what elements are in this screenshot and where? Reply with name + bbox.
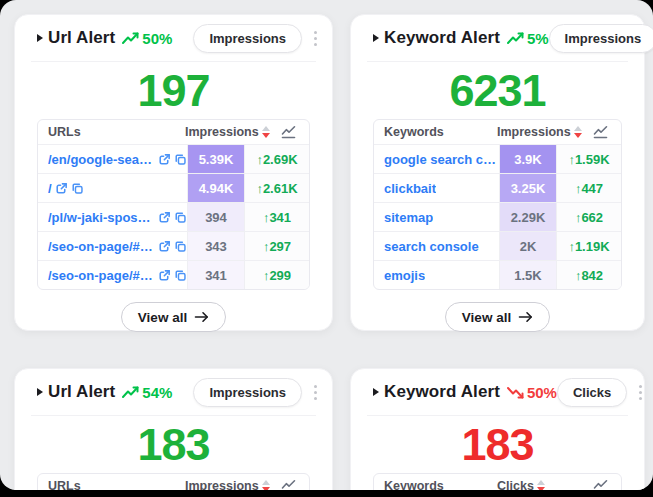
trend-down-indicator: 50%	[507, 384, 557, 401]
impressions-value: 343	[187, 232, 245, 260]
table-row[interactable]: sitemap 2.29K ↑662	[374, 202, 621, 231]
url-link[interactable]: /	[48, 181, 52, 196]
sort-icon[interactable]	[262, 480, 270, 490]
card-header: Url Alert 54% Impressions	[15, 369, 332, 415]
table-row[interactable]: emojis 1.5K ↑842	[374, 260, 621, 289]
view-all-button[interactable]: View all	[445, 302, 550, 332]
table-row[interactable]: /seo-on-page/#%C2... 341 ↑299	[38, 260, 309, 289]
value-column-header: Impressions	[185, 125, 259, 139]
table-row[interactable]: clickbait 3.25K ↑447	[374, 173, 621, 202]
change-value: ↑842	[557, 261, 621, 289]
external-link-icon[interactable]	[158, 240, 171, 253]
impressions-value: 2.29K	[499, 203, 557, 231]
trending-up-icon	[122, 32, 139, 45]
card-header: Url Alert 50% Impressions	[15, 15, 332, 61]
view-all-button[interactable]: View all	[121, 302, 226, 332]
value-column-header: Impressions	[497, 125, 571, 139]
alert-count: 197	[15, 62, 332, 119]
metric-button[interactable]: Impressions	[549, 24, 653, 53]
alert-table: URLs Impressions /en/google-search-c... …	[37, 119, 310, 290]
copy-icon[interactable]	[174, 269, 187, 282]
table-row[interactable]: /en/google-search-c... 5.39K ↑2.69K	[38, 144, 309, 173]
keyword-link[interactable]: google search console	[384, 152, 499, 167]
collapse-triangle-icon[interactable]	[37, 34, 43, 42]
keyword-link[interactable]: search console	[384, 239, 479, 254]
table-row[interactable]: google search console 3.9K ↑1.59K	[374, 144, 621, 173]
external-link-icon[interactable]	[158, 269, 171, 282]
alert-table: Keywords Clicks	[373, 473, 622, 490]
trending-up-icon	[122, 386, 139, 399]
alert-count: 183	[351, 416, 644, 473]
copy-icon[interactable]	[174, 240, 187, 253]
kebab-menu-icon[interactable]	[636, 381, 645, 404]
line-chart-icon[interactable]	[281, 125, 296, 139]
change-value: ↑2.69K	[245, 145, 309, 173]
alert-table: URLs Impressions	[37, 473, 310, 490]
keyword-alert-card-2: Keyword Alert 50% Clicks 183 Keywords Cl…	[350, 368, 645, 490]
external-link-icon[interactable]	[158, 153, 171, 166]
change-value: ↑297	[245, 232, 309, 260]
copy-icon[interactable]	[174, 153, 187, 166]
copy-icon[interactable]	[71, 182, 84, 195]
kebab-menu-icon[interactable]	[311, 27, 320, 50]
sort-icon[interactable]	[537, 480, 545, 490]
keyword-link[interactable]: clickbait	[384, 181, 436, 196]
table-row[interactable]: search console 2K ↑1.19K	[374, 231, 621, 260]
card-title: Keyword Alert	[384, 28, 500, 48]
collapse-triangle-icon[interactable]	[373, 34, 379, 42]
url-link[interactable]: /seo-on-page/#Facto...	[48, 239, 155, 254]
table-header: URLs Impressions	[38, 474, 309, 490]
impressions-value: 5.39K	[187, 145, 245, 173]
impressions-value: 341	[187, 261, 245, 289]
copy-icon[interactable]	[174, 211, 187, 224]
name-column-header: URLs	[38, 474, 185, 490]
sort-icon[interactable]	[262, 126, 270, 138]
card-title: Url Alert	[48, 382, 115, 402]
trending-up-icon	[507, 32, 524, 45]
table-row[interactable]: /seo-on-page/#Facto... 343 ↑297	[38, 231, 309, 260]
sort-icon[interactable]	[574, 126, 582, 138]
keyword-link[interactable]: sitemap	[384, 210, 433, 225]
metric-button[interactable]: Impressions	[193, 378, 302, 407]
external-link-icon[interactable]	[158, 211, 171, 224]
table-row[interactable]: / 4.94K ↑2.61K	[38, 173, 309, 202]
trend-percent: 5%	[527, 30, 549, 47]
change-value: ↑2.61K	[245, 174, 309, 202]
trend-percent: 50%	[142, 30, 172, 47]
url-link[interactable]: /seo-on-page/#%C2...	[48, 268, 155, 283]
kebab-menu-icon[interactable]	[311, 381, 320, 404]
arrow-right-icon	[194, 311, 209, 323]
change-value: ↑1.59K	[557, 145, 621, 173]
line-chart-icon[interactable]	[593, 125, 608, 139]
impressions-value: 1.5K	[499, 261, 557, 289]
view-all-label: View all	[138, 310, 187, 325]
impressions-value: 3.25K	[499, 174, 557, 202]
table-row[interactable]: /pl/w-jaki-sposob-nal... 394 ↑341	[38, 202, 309, 231]
keyword-link[interactable]: emojis	[384, 268, 425, 283]
name-column-header: Keywords	[374, 120, 497, 144]
table-header: URLs Impressions	[38, 120, 309, 144]
metric-button[interactable]: Clicks	[557, 378, 627, 407]
url-link[interactable]: /en/google-search-c...	[48, 152, 155, 167]
arrow-right-icon	[518, 311, 533, 323]
card-header: Keyword Alert 5% Impressions	[351, 15, 644, 61]
change-value: ↑299	[245, 261, 309, 289]
value-column-header: Clicks	[497, 479, 534, 490]
card-header: Keyword Alert 50% Clicks	[351, 369, 644, 415]
url-link[interactable]: /pl/w-jaki-sposob-nal...	[48, 210, 155, 225]
line-chart-icon[interactable]	[593, 479, 608, 490]
alert-count: 6231	[351, 62, 644, 119]
dashboard-panel: Url Alert 50% Impressions 197 URLs Impre…	[0, 0, 653, 490]
external-link-icon[interactable]	[55, 182, 68, 195]
collapse-triangle-icon[interactable]	[373, 388, 379, 396]
view-all-label: View all	[462, 310, 511, 325]
url-alert-card-2: Url Alert 54% Impressions 183 URLs Impre…	[14, 368, 333, 490]
name-column-header: Keywords	[374, 474, 497, 490]
impressions-value: 394	[187, 203, 245, 231]
alert-count: 183	[15, 416, 332, 473]
url-alert-card-1: Url Alert 50% Impressions 197 URLs Impre…	[14, 14, 333, 331]
line-chart-icon[interactable]	[281, 479, 296, 490]
change-value: ↑1.19K	[557, 232, 621, 260]
metric-button[interactable]: Impressions	[193, 24, 302, 53]
collapse-triangle-icon[interactable]	[37, 388, 43, 396]
